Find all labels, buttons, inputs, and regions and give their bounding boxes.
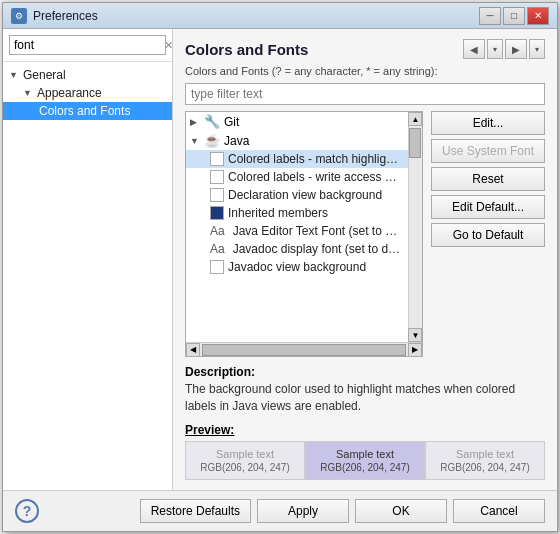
main-panel: Colors and Fonts ◀ ▾ ▶ ▾ Colors and Font… <box>173 29 557 490</box>
list-item-colored-match[interactable]: Colored labels - match highlight (set to… <box>186 150 408 168</box>
list-item-java[interactable]: ▼ ☕ Java <box>186 131 408 150</box>
appearance-arrow-icon: ▼ <box>23 88 33 98</box>
git-arrow-icon: ▶ <box>190 117 200 127</box>
bottom-right: Restore Defaults Apply OK Cancel <box>140 499 545 523</box>
maximize-button[interactable]: □ <box>503 7 525 25</box>
preview-box-3: Sample text RGB(206, 204, 247) <box>425 441 545 480</box>
scroll-right-button[interactable]: ▶ <box>408 343 422 357</box>
colored-match-label: Colored labels - match highlight (set to… <box>228 152 402 166</box>
minimize-button[interactable]: ─ <box>479 7 501 25</box>
edit-default-button[interactable]: Edit Default... <box>431 195 545 219</box>
list-item-javadoc-view[interactable]: Javadoc view background <box>186 258 408 276</box>
preview-section: Preview: Sample text RGB(206, 204, 247) … <box>185 423 545 480</box>
java-label: Java <box>224 134 249 148</box>
description-label: Description: <box>185 365 545 379</box>
preview-box-2-value: RGB(206, 204, 247) <box>310 462 420 473</box>
preferences-window: ⚙ Preferences ─ □ ✕ ✕ ▼ General <box>2 2 558 532</box>
tree-list: ▶ 🔧 Git ▼ ☕ Java <box>186 112 408 342</box>
javadoc-font-label: Javadoc display font (set to default: Di… <box>233 242 402 256</box>
hscroll-thumb[interactable] <box>202 344 406 356</box>
sidebar-search-wrap: ✕ <box>9 35 166 55</box>
inherited-label: Inherited members <box>228 206 402 220</box>
preview-label: Preview: <box>185 423 545 437</box>
titlebar: ⚙ Preferences ─ □ ✕ <box>3 3 557 29</box>
cancel-button[interactable]: Cancel <box>453 499 545 523</box>
description-text: The background color used to highlight m… <box>185 381 545 415</box>
colored-write-checkbox[interactable] <box>210 170 224 184</box>
scroll-left-button[interactable]: ◀ <box>186 343 200 357</box>
restore-defaults-button[interactable]: Restore Defaults <box>140 499 251 523</box>
sidebar-item-colors-fonts-label: Colors and Fonts <box>39 104 130 118</box>
java-icon: ☕ <box>204 133 220 148</box>
inherited-checkbox[interactable] <box>210 206 224 220</box>
list-item-inherited[interactable]: Inherited members <box>186 204 408 222</box>
nav-back-button[interactable]: ◀ <box>463 39 485 59</box>
sidebar-search-input[interactable] <box>14 38 164 52</box>
preview-box-2-text: Sample text <box>310 448 420 460</box>
sidebar-item-appearance-label: Appearance <box>37 86 102 100</box>
scroll-down-button[interactable]: ▼ <box>408 328 422 342</box>
bottom-left: ? <box>15 499 39 523</box>
tree-list-wrap: ▶ 🔧 Git ▼ ☕ Java <box>185 111 423 357</box>
description-section: Description: The background color used t… <box>185 365 545 415</box>
general-arrow-icon: ▼ <box>9 70 19 80</box>
apply-button[interactable]: Apply <box>257 499 349 523</box>
use-system-font-button[interactable]: Use System Font <box>431 139 545 163</box>
panel-title: Colors and Fonts <box>185 41 308 58</box>
decl-view-label: Declaration view background <box>228 188 402 202</box>
editor-font-label: Java Editor Text Font (set to defa <box>233 224 402 238</box>
git-icon: 🔧 <box>204 114 220 129</box>
sidebar-search-box: ✕ <box>3 29 172 62</box>
go-to-default-button[interactable]: Go to Default <box>431 223 545 247</box>
toolbar-nav: ◀ ▾ ▶ ▾ <box>463 39 545 59</box>
close-button[interactable]: ✕ <box>527 7 549 25</box>
sidebar-item-general-label: General <box>23 68 66 82</box>
filter-row <box>185 83 545 105</box>
nav-forward-button[interactable]: ▶ <box>505 39 527 59</box>
editor-font-aa-icon: Aa <box>210 224 225 238</box>
sidebar-tree: ▼ General ▼ Appearance Colors and Fonts <box>3 62 172 490</box>
nav-back-icon: ◀ <box>470 44 478 55</box>
main-content: ✕ ▼ General ▼ Appearance Colors and Font… <box>3 29 557 490</box>
colored-match-checkbox[interactable] <box>210 152 224 166</box>
nav-forward-icon: ▶ <box>512 44 520 55</box>
sidebar-item-general[interactable]: ▼ General <box>3 66 172 84</box>
preview-box-1: Sample text RGB(206, 204, 247) <box>185 441 305 480</box>
java-arrow-icon: ▼ <box>190 136 200 146</box>
nav-forward-dropdown[interactable]: ▾ <box>529 39 545 59</box>
titlebar-buttons: ─ □ ✕ <box>479 7 549 25</box>
javadoc-view-label: Javadoc view background <box>228 260 402 274</box>
reset-button[interactable]: Reset <box>431 167 545 191</box>
preview-box-3-value: RGB(206, 204, 247) <box>430 462 540 473</box>
list-item-javadoc-font[interactable]: Aa Javadoc display font (set to default:… <box>186 240 408 258</box>
list-item-git[interactable]: ▶ 🔧 Git <box>186 112 408 131</box>
ok-button[interactable]: OK <box>355 499 447 523</box>
javadoc-font-aa-icon: Aa <box>210 242 225 256</box>
panel-subtitle: Colors and Fonts (? = any character, * =… <box>185 65 545 77</box>
edit-button[interactable]: Edit... <box>431 111 545 135</box>
sidebar-item-colors-fonts[interactable]: Colors and Fonts <box>3 102 172 120</box>
nav-back-dropdown[interactable]: ▾ <box>487 39 503 59</box>
help-button[interactable]: ? <box>15 499 39 523</box>
scroll-thumb[interactable] <box>409 128 421 158</box>
side-buttons: Edit... Use System Font Reset Edit Defau… <box>431 111 545 357</box>
filter-input[interactable] <box>185 83 545 105</box>
list-item-decl-view[interactable]: Declaration view background <box>186 186 408 204</box>
preview-box-2: Sample text RGB(206, 204, 247) <box>305 441 425 480</box>
search-clear-icon[interactable]: ✕ <box>164 39 173 52</box>
list-item-colored-write[interactable]: Colored labels - write access occurrence… <box>186 168 408 186</box>
sidebar-item-appearance[interactable]: ▼ Appearance <box>3 84 172 102</box>
list-item-editor-font[interactable]: Aa Java Editor Text Font (set to defa <box>186 222 408 240</box>
main-body: ▶ 🔧 Git ▼ ☕ Java <box>185 111 545 357</box>
decl-view-checkbox[interactable] <box>210 188 224 202</box>
preview-box-3-text: Sample text <box>430 448 540 460</box>
javadoc-view-checkbox[interactable] <box>210 260 224 274</box>
preview-box-1-value: RGB(206, 204, 247) <box>190 462 300 473</box>
git-label: Git <box>224 115 239 129</box>
horizontal-scrollbar[interactable]: ◀ ▶ <box>186 342 422 356</box>
scroll-up-button[interactable]: ▲ <box>408 112 422 126</box>
preview-boxes: Sample text RGB(206, 204, 247) Sample te… <box>185 441 545 480</box>
vertical-scrollbar[interactable]: ▲ ▼ <box>408 112 422 342</box>
bottom-buttons: ? Restore Defaults Apply OK Cancel <box>3 490 557 531</box>
sidebar: ✕ ▼ General ▼ Appearance Colors and Font… <box>3 29 173 490</box>
